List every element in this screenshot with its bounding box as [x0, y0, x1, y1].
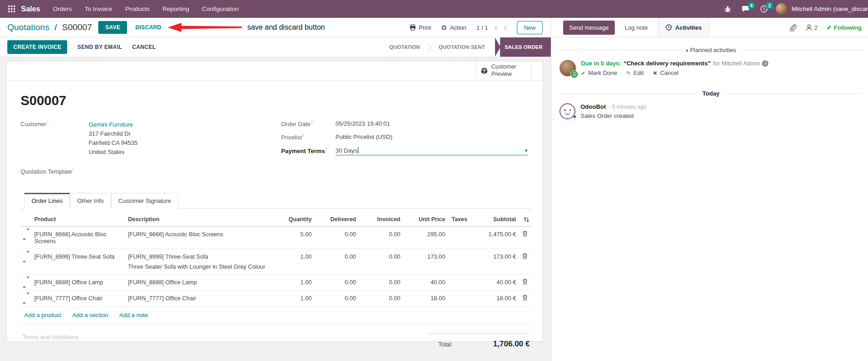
- optional-columns-icon[interactable]: [518, 212, 532, 227]
- column-delivered[interactable]: Delivered: [314, 212, 358, 227]
- today-divider: Today: [559, 90, 863, 97]
- delete-row-icon[interactable]: [522, 231, 527, 237]
- action-button[interactable]: ⚙ Action: [441, 24, 467, 31]
- cell-quantity[interactable]: 1.00: [277, 291, 314, 307]
- tab-other-info[interactable]: Other Info: [70, 193, 111, 209]
- pager-next-icon[interactable]: ›: [504, 23, 507, 32]
- user-name[interactable]: Mitchell Admin (save_discar: [792, 5, 868, 12]
- pager-previous-icon[interactable]: ‹: [495, 23, 498, 32]
- apps-grid-icon[interactable]: [5, 3, 17, 15]
- column-product[interactable]: Product: [32, 212, 126, 227]
- table-row[interactable]: [FURN_6666] Acoustic Bloc Screens [FURN_…: [21, 227, 532, 249]
- cell-unit-price[interactable]: 173.00: [402, 249, 447, 275]
- cell-product[interactable]: [FURN_6666] Acoustic Bloc Screens: [32, 227, 126, 249]
- cell-product[interactable]: [FURN_7777] Office Chair: [32, 291, 126, 307]
- cell-taxes[interactable]: [447, 291, 474, 307]
- mark-done-button[interactable]: ✔ Mark Done: [581, 69, 617, 76]
- column-subtotal[interactable]: Subtotal: [474, 212, 518, 227]
- create-invoice-button[interactable]: CREATE INVOICE: [7, 40, 67, 54]
- order-date-field[interactable]: 05/25/2023 15:40:01: [335, 120, 390, 127]
- table-row[interactable]: [FURN_7777] Office Chair [FURN_7777] Off…: [21, 291, 532, 307]
- cell-taxes[interactable]: [447, 227, 474, 249]
- column-unit-price[interactable]: Unit Price: [402, 212, 447, 227]
- terms-and-conditions-placeholder[interactable]: Terms and conditions...: [22, 334, 84, 349]
- payment-terms-field[interactable]: 30 Days ▾: [335, 147, 527, 155]
- cell-product[interactable]: [FURN_8999] Three-Seat Sofa: [32, 249, 126, 275]
- save-button[interactable]: SAVE: [98, 21, 127, 34]
- table-row[interactable]: [FURN_8999] Three-Seat Sofa [FURN_8999] …: [21, 249, 532, 275]
- delete-row-icon[interactable]: [522, 295, 527, 301]
- pricelist-field[interactable]: Public Pricelist (USD): [335, 133, 392, 141]
- globe-icon: [481, 66, 488, 75]
- activities-tab[interactable]: Activities: [658, 18, 709, 37]
- breadcrumb-quotations-link[interactable]: Quotations: [7, 22, 49, 32]
- cell-taxes[interactable]: [447, 275, 474, 291]
- nav-orders[interactable]: Orders: [47, 0, 78, 18]
- cancel-button[interactable]: CANCEL: [132, 44, 156, 50]
- edit-activity-button[interactable]: ✎ Edit: [626, 69, 644, 76]
- followers-button[interactable]: 2: [806, 24, 817, 31]
- drag-handle-icon[interactable]: [22, 279, 27, 286]
- cell-unit-price[interactable]: 295.00: [402, 227, 447, 249]
- following-button[interactable]: ✔ Following: [826, 24, 862, 31]
- info-icon[interactable]: i: [762, 60, 768, 67]
- notebook-tabs: Order Lines Other Info Customer Signatur…: [21, 193, 532, 209]
- tab-customer-signature[interactable]: Customer Signature: [111, 193, 179, 209]
- column-invoiced[interactable]: Invoiced: [358, 212, 402, 227]
- log-note-button[interactable]: Log note: [625, 24, 648, 31]
- column-quantity[interactable]: Quantity: [277, 212, 314, 227]
- cell-unit-price[interactable]: 40.00: [402, 275, 447, 291]
- stage-sales-order[interactable]: SALES ORDER: [495, 37, 551, 57]
- planned-activities-toggle[interactable]: ▾Planned activities: [686, 47, 736, 53]
- tab-order-lines[interactable]: Order Lines: [24, 193, 70, 209]
- column-description[interactable]: Description: [126, 212, 277, 227]
- cell-unit-price[interactable]: 18.00: [402, 291, 447, 307]
- table-row[interactable]: [FURN_8888] Office Lamp [FURN_8888] Offi…: [21, 275, 532, 291]
- cell-description[interactable]: [FURN_8888] Office Lamp: [126, 275, 277, 291]
- delete-row-icon[interactable]: [522, 279, 527, 285]
- debug-bug-icon[interactable]: [721, 3, 735, 15]
- dropdown-caret-icon[interactable]: ▾: [525, 148, 527, 154]
- message-author[interactable]: OdooBot: [580, 103, 606, 110]
- drag-handle-icon[interactable]: [22, 295, 27, 302]
- discard-button[interactable]: DISCARD: [135, 24, 161, 31]
- print-button[interactable]: Print: [410, 24, 431, 31]
- cell-description[interactable]: [FURN_8999] Three-Seat Sofa Three Seater…: [126, 249, 277, 275]
- cell-taxes[interactable]: [447, 249, 474, 275]
- stage-quotation[interactable]: QUOTATION: [382, 44, 427, 50]
- check-icon: ✔: [581, 70, 586, 76]
- customer-preview-button[interactable]: Customer Preview: [476, 61, 532, 80]
- drag-handle-icon[interactable]: [22, 253, 27, 260]
- activities-clock-icon[interactable]: 2: [757, 3, 771, 15]
- breadcrumb-current: S00007: [62, 22, 92, 32]
- new-button[interactable]: New: [517, 21, 543, 34]
- cell-description[interactable]: [FURN_7777] Office Chair: [126, 291, 277, 307]
- user-avatar[interactable]: [776, 3, 787, 15]
- send-message-button[interactable]: Send message: [563, 21, 615, 35]
- cell-invoiced: 0.00: [358, 275, 402, 291]
- attachment-paperclip-icon[interactable]: [789, 24, 797, 32]
- send-by-email-button[interactable]: SEND BY EMAIL: [77, 44, 122, 50]
- customer-link[interactable]: Gemini Furniture: [89, 120, 138, 129]
- add-note-link[interactable]: Add a note: [119, 312, 148, 319]
- cell-quantity[interactable]: 1.00: [277, 275, 314, 291]
- cell-quantity[interactable]: 5.00: [277, 227, 314, 249]
- nav-to-invoice[interactable]: To Invoice: [78, 0, 119, 18]
- add-section-link[interactable]: Add a section: [72, 312, 108, 319]
- cell-quantity[interactable]: 1.00: [277, 249, 314, 275]
- stage-quotation-sent[interactable]: QUOTATION SENT: [431, 44, 492, 50]
- messages-icon[interactable]: 4: [739, 3, 753, 15]
- nav-configuration[interactable]: Configuration: [196, 0, 245, 18]
- column-taxes[interactable]: Taxes: [447, 212, 474, 227]
- app-name[interactable]: Sales: [21, 5, 40, 13]
- add-product-link[interactable]: Add a product: [24, 312, 61, 319]
- cell-product[interactable]: [FURN_8888] Office Lamp: [32, 275, 126, 291]
- nav-products[interactable]: Products: [119, 0, 156, 18]
- cancel-activity-button[interactable]: ✖ Cancel: [653, 69, 678, 76]
- odoobot-avatar[interactable]: ♥: [559, 103, 575, 119]
- activity-user-avatar[interactable]: [559, 60, 576, 76]
- delete-row-icon[interactable]: [522, 253, 527, 259]
- cell-description[interactable]: [FURN_6666] Acoustic Bloc Screens: [126, 227, 277, 249]
- nav-reporting[interactable]: Reporting: [156, 0, 196, 18]
- drag-handle-icon[interactable]: [22, 231, 27, 238]
